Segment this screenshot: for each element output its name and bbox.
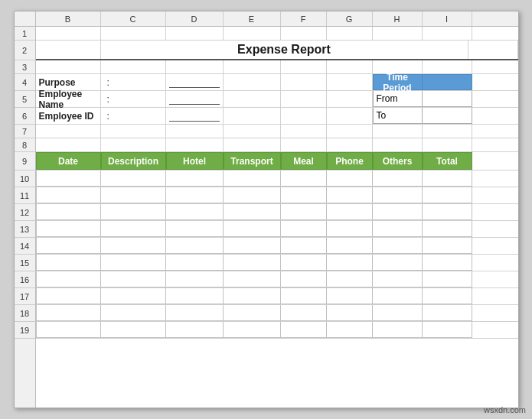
cell-12b[interactable]: [36, 204, 101, 220]
cell-12d[interactable]: [166, 204, 224, 220]
cell-13g[interactable]: [327, 221, 373, 237]
cell-19i[interactable]: [423, 322, 472, 338]
row-6: Employee ID : To: [36, 108, 518, 125]
cell-10i[interactable]: [423, 171, 472, 187]
cell-16b[interactable]: [36, 271, 101, 287]
cell-13h[interactable]: [373, 221, 423, 237]
cell-14d[interactable]: [166, 238, 224, 254]
cell-18c[interactable]: [101, 305, 166, 321]
cell-11b[interactable]: [36, 187, 101, 203]
cell-15g[interactable]: [327, 255, 373, 271]
cell-11f[interactable]: [281, 187, 327, 203]
cell-15e[interactable]: [224, 255, 281, 271]
cell-17d[interactable]: [166, 288, 224, 304]
cell-15b[interactable]: [36, 255, 101, 271]
row-num-15: 15: [15, 255, 35, 271]
cell-12c[interactable]: [101, 204, 166, 220]
cell-15i[interactable]: [423, 255, 472, 271]
cell-16e[interactable]: [224, 271, 281, 287]
cell-10b[interactable]: [36, 171, 101, 187]
cell-8e: [224, 138, 281, 151]
cell-15h[interactable]: [373, 255, 423, 271]
cell-18e[interactable]: [224, 305, 281, 321]
cell-17c[interactable]: [101, 288, 166, 304]
cell-18g[interactable]: [327, 305, 373, 321]
cell-19h[interactable]: [373, 322, 423, 338]
cell-11g[interactable]: [327, 187, 373, 203]
cell-19c[interactable]: [101, 322, 166, 338]
cell-12h[interactable]: [373, 204, 423, 220]
cell-19g[interactable]: [327, 322, 373, 338]
cell-10f[interactable]: [281, 171, 327, 187]
cell-14c[interactable]: [101, 238, 166, 254]
purpose-underline-cell[interactable]: [166, 74, 224, 90]
cell-16i[interactable]: [423, 271, 472, 287]
cell-10h[interactable]: [373, 171, 423, 187]
cell-10c[interactable]: [101, 171, 166, 187]
cell-19f[interactable]: [281, 322, 327, 338]
cell-17b[interactable]: [36, 288, 101, 304]
cell-17g[interactable]: [327, 288, 373, 304]
cell-10e[interactable]: [224, 171, 281, 187]
cell-7c: [101, 125, 166, 138]
cell-12g[interactable]: [327, 204, 373, 220]
cell-13d[interactable]: [166, 221, 224, 237]
cell-13b[interactable]: [36, 221, 101, 237]
cell-12e[interactable]: [224, 204, 281, 220]
cell-7f: [281, 125, 327, 138]
cell-16f[interactable]: [281, 271, 327, 287]
spreadsheet-window: B C D E F G H I 1 2 3 4 5 6 7 8 9 10 11 …: [14, 11, 519, 408]
row-num-8: 8: [15, 138, 35, 152]
cell-16g[interactable]: [327, 271, 373, 287]
cell-18b[interactable]: [36, 305, 101, 321]
row-num-3: 3: [15, 60, 35, 74]
cell-15f[interactable]: [281, 255, 327, 271]
header-date: Date: [36, 152, 101, 170]
cell-16c[interactable]: [101, 271, 166, 287]
cell-18d[interactable]: [166, 305, 224, 321]
cell-13i[interactable]: [423, 221, 472, 237]
cell-19e[interactable]: [224, 322, 281, 338]
cell-17i[interactable]: [423, 288, 472, 304]
cell-11h[interactable]: [373, 187, 423, 203]
cell-17h[interactable]: [373, 288, 423, 304]
cell-17e[interactable]: [224, 288, 281, 304]
cell-11d[interactable]: [166, 187, 224, 203]
cell-15d[interactable]: [166, 255, 224, 271]
cell-14i[interactable]: [423, 238, 472, 254]
to-value-cell[interactable]: [423, 108, 472, 124]
cell-3e: [224, 60, 281, 73]
cell-19d[interactable]: [166, 322, 224, 338]
employee-id-underline-cell[interactable]: [166, 108, 224, 124]
cell-18f[interactable]: [281, 305, 327, 321]
cell-14b[interactable]: [36, 238, 101, 254]
cell-16h[interactable]: [373, 271, 423, 287]
cell-7h: [373, 125, 423, 138]
from-value-cell[interactable]: [423, 91, 472, 107]
cell-14f[interactable]: [281, 238, 327, 254]
cell-11i[interactable]: [423, 187, 472, 203]
cell-15c[interactable]: [101, 255, 166, 271]
cell-13c[interactable]: [101, 221, 166, 237]
cell-18h[interactable]: [373, 305, 423, 321]
cell-13e[interactable]: [224, 221, 281, 237]
cell-11e[interactable]: [224, 187, 281, 203]
employee-name-underline-cell[interactable]: [166, 91, 224, 107]
cell-14g[interactable]: [327, 238, 373, 254]
cell-19b[interactable]: [36, 322, 101, 338]
cell-14e[interactable]: [224, 238, 281, 254]
cell-10d[interactable]: [166, 171, 224, 187]
cell-10g[interactable]: [327, 171, 373, 187]
cell-11c[interactable]: [101, 187, 166, 203]
col-header-g: G: [327, 11, 373, 26]
cell-16d[interactable]: [166, 271, 224, 287]
cell-12i[interactable]: [423, 204, 472, 220]
cell-13f[interactable]: [281, 221, 327, 237]
cell-4g: [327, 74, 373, 90]
cell-17f[interactable]: [281, 288, 327, 304]
cell-18i[interactable]: [423, 305, 472, 321]
row-num-18: 18: [15, 305, 35, 322]
cell-14h[interactable]: [373, 238, 423, 254]
header-hotel: Hotel: [166, 152, 224, 170]
cell-12f[interactable]: [281, 204, 327, 220]
